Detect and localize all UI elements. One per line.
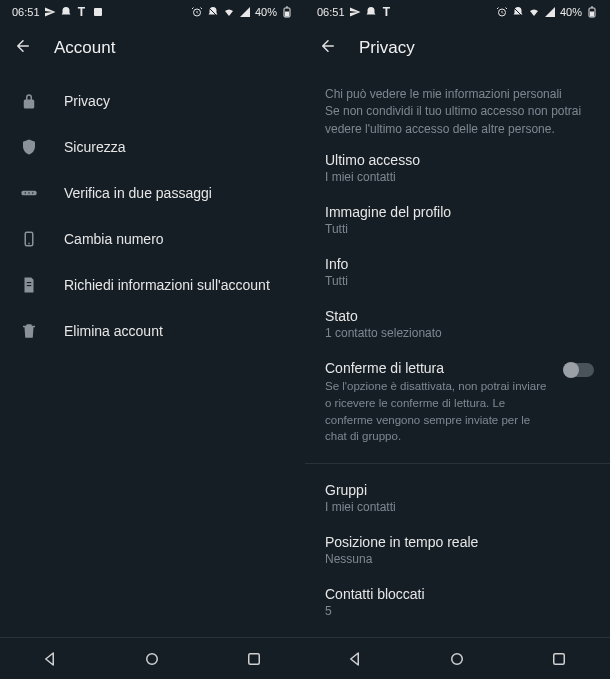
privacy-content: Chi può vedere le mie informazioni perso… bbox=[305, 72, 610, 637]
phone-swap-icon bbox=[20, 230, 38, 248]
status-time: 06:51 bbox=[317, 6, 345, 18]
app-icon bbox=[92, 6, 104, 18]
svg-rect-4 bbox=[286, 12, 289, 16]
status-time: 06:51 bbox=[12, 6, 40, 18]
setting-label: Stato bbox=[325, 308, 590, 324]
dnd-icon bbox=[512, 6, 524, 18]
telegram-icon bbox=[349, 6, 361, 18]
desc-heading: Chi può vedere le mie informazioni perso… bbox=[325, 86, 590, 103]
menu-item-two-step[interactable]: Verifica in due passaggi bbox=[0, 170, 305, 216]
setting-profile-photo[interactable]: Immagine del profilo Tutti bbox=[305, 194, 610, 246]
header-account: Account bbox=[0, 24, 305, 72]
section-description: Chi può vedere le mie informazioni perso… bbox=[305, 78, 610, 142]
setting-value: I miei contatti bbox=[325, 170, 590, 184]
setting-label: Ultimo accesso bbox=[325, 152, 590, 168]
nav-home[interactable] bbox=[447, 649, 467, 669]
setting-groups[interactable]: Gruppi I miei contatti bbox=[305, 472, 610, 524]
battery-percent: 40% bbox=[560, 6, 582, 18]
dnd-icon bbox=[207, 6, 219, 18]
header-privacy: Privacy bbox=[305, 24, 610, 72]
battery-percent: 40% bbox=[255, 6, 277, 18]
nav-back[interactable] bbox=[346, 649, 366, 669]
svg-point-9 bbox=[32, 192, 34, 194]
battery-icon bbox=[586, 6, 598, 18]
signal-icon bbox=[544, 6, 556, 18]
menu-item-delete-account[interactable]: Elimina account bbox=[0, 308, 305, 354]
nav-home[interactable] bbox=[142, 649, 162, 669]
svg-point-21 bbox=[452, 653, 463, 664]
menu-item-change-number[interactable]: Cambia numero bbox=[0, 216, 305, 262]
setting-label: Conferme di lettura bbox=[325, 360, 554, 376]
account-menu: Privacy Sicurezza Verifica in due passag… bbox=[0, 72, 305, 637]
menu-label: Privacy bbox=[64, 93, 110, 109]
notification-icon bbox=[365, 6, 377, 18]
setting-desc: Se l'opzione è disattivata, non potrai i… bbox=[325, 378, 554, 445]
phone-account: 06:51 T 40% Account Privacy bbox=[0, 0, 305, 679]
menu-label: Elimina account bbox=[64, 323, 163, 339]
wifi-icon bbox=[528, 6, 540, 18]
toggle-switch[interactable] bbox=[564, 363, 594, 377]
menu-label: Sicurezza bbox=[64, 139, 125, 155]
setting-label: Posizione in tempo reale bbox=[325, 534, 590, 550]
page-title: Account bbox=[54, 38, 115, 58]
setting-value: Tutti bbox=[325, 222, 590, 236]
alarm-icon bbox=[191, 6, 203, 18]
status-bar: 06:51 T 40% bbox=[305, 0, 610, 24]
signal-icon bbox=[239, 6, 251, 18]
nav-bar bbox=[0, 637, 305, 679]
svg-rect-0 bbox=[94, 8, 102, 16]
setting-read-receipts[interactable]: Conferme di lettura Se l'opzione è disat… bbox=[305, 350, 610, 455]
menu-label: Verifica in due passaggi bbox=[64, 185, 212, 201]
svg-rect-19 bbox=[591, 12, 594, 16]
desc-sub: Se non condividi il tuo ultimo accesso n… bbox=[325, 103, 590, 138]
svg-point-14 bbox=[147, 653, 158, 664]
back-button[interactable] bbox=[319, 37, 337, 59]
app-t-icon: T bbox=[76, 6, 88, 18]
setting-value: 5 bbox=[325, 604, 590, 618]
menu-label: Cambia numero bbox=[64, 231, 164, 247]
setting-blocked-contacts[interactable]: Contatti bloccati 5 bbox=[305, 576, 610, 628]
nav-bar bbox=[305, 637, 610, 679]
nav-recent[interactable] bbox=[549, 649, 569, 669]
menu-label: Richiedi informazioni sull'account bbox=[64, 277, 270, 293]
setting-label: Immagine del profilo bbox=[325, 204, 590, 220]
setting-value: 1 contatto selezionato bbox=[325, 326, 590, 340]
setting-info[interactable]: Info Tutti bbox=[305, 246, 610, 298]
menu-item-privacy[interactable]: Privacy bbox=[0, 78, 305, 124]
setting-value: I miei contatti bbox=[325, 500, 590, 514]
setting-value: Nessuna bbox=[325, 552, 590, 566]
setting-label: Contatti bloccati bbox=[325, 586, 590, 602]
shield-icon bbox=[20, 138, 38, 156]
app-t-icon: T bbox=[381, 6, 393, 18]
svg-rect-15 bbox=[249, 653, 260, 664]
svg-point-7 bbox=[25, 192, 27, 194]
setting-last-seen[interactable]: Ultimo accesso I miei contatti bbox=[305, 142, 610, 194]
nav-recent[interactable] bbox=[244, 649, 264, 669]
lock-icon bbox=[20, 92, 38, 110]
back-button[interactable] bbox=[14, 37, 32, 59]
setting-label: Gruppi bbox=[325, 482, 590, 498]
divider bbox=[305, 463, 610, 464]
password-icon bbox=[20, 184, 38, 202]
telegram-icon bbox=[44, 6, 56, 18]
svg-rect-12 bbox=[27, 282, 32, 283]
nav-back[interactable] bbox=[41, 649, 61, 669]
menu-item-security[interactable]: Sicurezza bbox=[0, 124, 305, 170]
setting-label: Info bbox=[325, 256, 590, 272]
wifi-icon bbox=[223, 6, 235, 18]
page-title: Privacy bbox=[359, 38, 415, 58]
setting-status[interactable]: Stato 1 contatto selezionato bbox=[305, 298, 610, 350]
alarm-icon bbox=[496, 6, 508, 18]
setting-live-location[interactable]: Posizione in tempo reale Nessuna bbox=[305, 524, 610, 576]
svg-rect-22 bbox=[554, 653, 565, 664]
phone-privacy: 06:51 T 40% Privacy Chi può vedere le mi… bbox=[305, 0, 610, 679]
svg-point-8 bbox=[28, 192, 30, 194]
notification-icon bbox=[60, 6, 72, 18]
status-bar: 06:51 T 40% bbox=[0, 0, 305, 24]
menu-item-request-info[interactable]: Richiedi informazioni sull'account bbox=[0, 262, 305, 308]
svg-rect-13 bbox=[27, 285, 32, 286]
battery-icon bbox=[281, 6, 293, 18]
trash-icon bbox=[20, 322, 38, 340]
document-icon bbox=[20, 276, 38, 294]
setting-value: Tutti bbox=[325, 274, 590, 288]
